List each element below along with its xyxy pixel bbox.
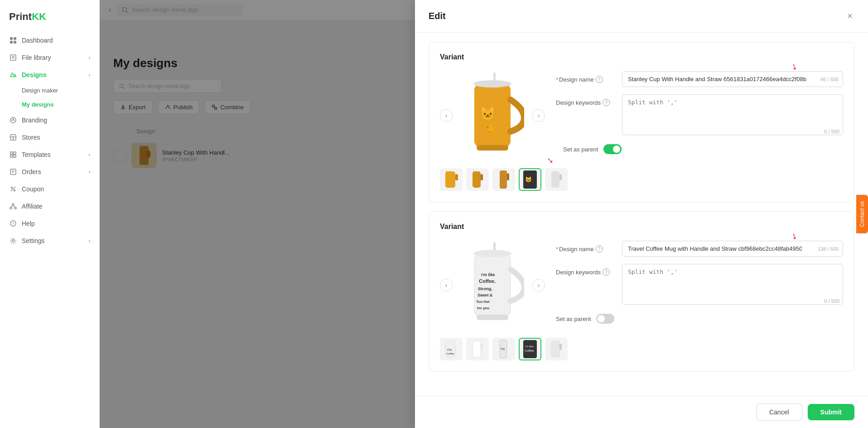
variant-1-next-button[interactable]: › [532, 109, 545, 122]
svg-rect-13 [14, 155, 16, 157]
sidebar-item-stores[interactable]: Stores [0, 129, 99, 146]
design-name-count-2: 138 / 500 [818, 246, 839, 252]
stores-icon [9, 133, 17, 141]
variant-1-label: Variant [440, 53, 843, 61]
sidebar-item-templates[interactable]: Templates › [0, 146, 99, 163]
svg-rect-12 [10, 155, 13, 157]
thumb-1-3[interactable] [492, 168, 515, 191]
sidebar-item-file-library[interactable]: File library › [0, 49, 99, 66]
variant-1-fields: ➘ * Design name ? 66 / 500 [556, 70, 843, 161]
modal-title: Edit [429, 11, 446, 21]
thumb-svg-1-3 [495, 170, 512, 190]
keywords-info-icon-1[interactable]: ? [603, 99, 610, 106]
svg-rect-64 [477, 315, 508, 320]
chevron-icon: › [89, 152, 90, 157]
thumb-1-4[interactable]: 🐱 [519, 168, 541, 191]
thumb-2-5[interactable] [545, 338, 568, 360]
design-name-input-container-2: 138 / 500 [622, 241, 843, 257]
svg-rect-47 [481, 174, 483, 180]
thumb-svg-1-1 [443, 170, 460, 190]
svg-rect-1 [14, 37, 16, 40]
chevron-icon: › [89, 55, 90, 60]
design-name-info-icon-2[interactable]: ? [596, 245, 603, 253]
set-as-parent-toggle-2[interactable] [596, 314, 614, 324]
chevron-icon: › [89, 170, 90, 175]
sidebar-item-my-designs[interactable]: My designs [22, 97, 99, 112]
coupon-icon [9, 185, 17, 193]
variant-2-next-button[interactable]: › [532, 279, 545, 292]
svg-text:Coffee.: Coffee. [525, 349, 535, 352]
designs-icon [9, 71, 17, 79]
sidebar-item-label: Coupon [22, 185, 44, 193]
svg-rect-54 [559, 174, 562, 180]
variant-2-thumbnails: I'mCoffee I'm I'm likeCoffee. [440, 338, 843, 360]
thumb-svg-2-2 [469, 339, 486, 359]
svg-text:Strong,: Strong, [478, 287, 492, 291]
variant-2-main-image: I'm like Coffee. Strong, Sweet & Too Hot… [456, 240, 529, 331]
svg-rect-49 [500, 170, 507, 189]
svg-rect-2 [10, 41, 13, 44]
design-name-input-1[interactable] [622, 71, 843, 87]
settings-icon [9, 237, 17, 245]
close-button[interactable]: × [845, 9, 854, 23]
sidebar-item-label: Dashboard [22, 37, 53, 44]
keywords-textarea-2[interactable] [622, 264, 843, 305]
sidebar-item-dashboard[interactable]: Dashboard [0, 32, 99, 49]
sidebar-item-affiliate[interactable]: Affiliate [0, 198, 99, 215]
sidebar-item-design-maker[interactable]: Design maker [22, 83, 99, 97]
set-as-parent-toggle-1[interactable] [603, 144, 622, 154]
design-name-label-2: Design name [559, 246, 594, 253]
svg-text:🐱: 🐱 [525, 176, 532, 183]
svg-text:🐈: 🐈 [486, 124, 496, 134]
thumb-2-4[interactable]: I'm likeCoffee. [519, 338, 541, 360]
thumb-svg-2-1: I'mCoffee [443, 339, 460, 359]
contact-us-button[interactable]: Contact us [856, 195, 868, 233]
sidebar-item-label: Stores [22, 134, 40, 141]
variant-1-main-image: 🐱 🐈 [456, 70, 529, 161]
keywords-label-2: Design keywords [556, 269, 601, 276]
branding-icon [9, 116, 17, 124]
sidebar-item-label: Settings [22, 237, 45, 244]
mug-1-svg: 🐱 🐈 [461, 73, 524, 159]
thumb-2-3[interactable]: I'm [492, 338, 515, 360]
variant-2-inner: ‹ I'm like Coffee. [440, 240, 843, 331]
mug-2-svg: I'm like Coffee. Strong, Sweet & Too Hot… [461, 242, 524, 328]
design-name-wrapper-1: 66 / 500 [622, 71, 843, 87]
sidebar-item-label: Affiliate [22, 203, 43, 210]
svg-point-27 [12, 240, 14, 242]
keywords-count-1: 0 / 500 [824, 129, 839, 134]
svg-rect-43 [445, 171, 455, 188]
cancel-button[interactable]: Cancel [756, 404, 802, 421]
keywords-wrapper-1: 0 / 500 [622, 94, 843, 137]
sidebar-item-label: Designs [22, 71, 46, 78]
sidebar-item-help[interactable]: ? Help [0, 215, 99, 232]
sidebar-item-orders[interactable]: Orders › [0, 163, 99, 180]
sidebar-item-settings[interactable]: Settings › [0, 232, 99, 249]
arrow-annotation-parent-1: ➘ [547, 156, 554, 165]
svg-rect-11 [14, 152, 16, 154]
variant-2-prev-button[interactable]: ‹ [440, 279, 453, 292]
variant-1-prev-button[interactable]: ‹ [440, 109, 453, 122]
design-name-info-icon-1[interactable]: ? [596, 76, 603, 83]
sidebar-nav: Dashboard File library › Designs › Desig… [0, 32, 99, 421]
svg-text:🐱: 🐱 [480, 106, 496, 121]
sidebar-item-designs[interactable]: Designs › [0, 66, 99, 83]
design-keywords-field-row-2: Design keywords ? 0 / 500 [556, 264, 843, 306]
thumb-1-1[interactable] [440, 168, 463, 191]
submit-button[interactable]: Submit [808, 404, 854, 420]
thumb-2-1[interactable]: I'mCoffee [440, 338, 463, 360]
thumb-1-5[interactable] [545, 168, 568, 191]
svg-text:I'm: I'm [501, 347, 505, 350]
sidebar-item-coupon[interactable]: Coupon [0, 180, 99, 198]
design-name-input-2[interactable] [622, 241, 843, 257]
keywords-textarea-1[interactable] [622, 94, 843, 135]
designs-submenu: Design maker My designs [0, 83, 99, 112]
svg-point-18 [14, 190, 15, 191]
svg-rect-77 [559, 344, 562, 350]
chevron-icon: › [89, 238, 90, 243]
keywords-info-icon-2[interactable]: ? [603, 268, 610, 276]
thumb-1-2[interactable] [466, 168, 489, 191]
variant-section-1: Variant ‹ 🐱 [429, 42, 854, 202]
thumb-2-2[interactable] [466, 338, 489, 360]
sidebar-item-branding[interactable]: Branding [0, 112, 99, 129]
